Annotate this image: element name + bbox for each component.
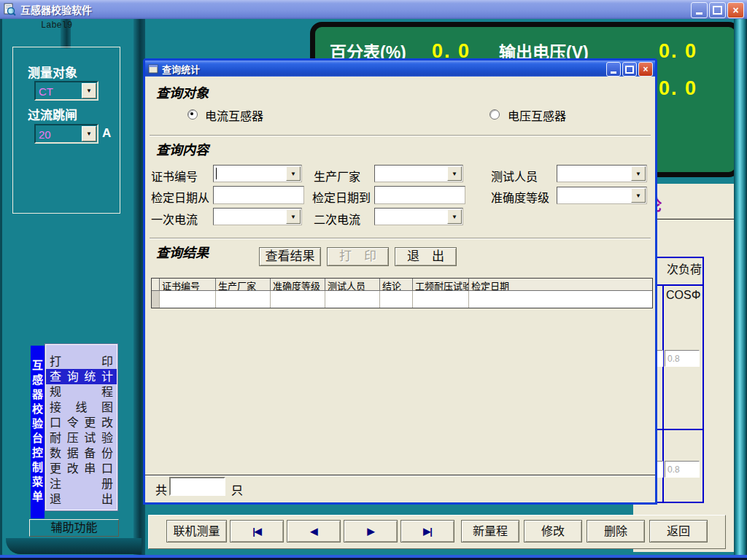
first-record-button[interactable]: |◀	[230, 520, 284, 542]
minimize-icon	[611, 71, 616, 74]
radio-current-transformer[interactable]	[187, 109, 198, 120]
row-selector-cell	[152, 291, 160, 308]
last-record-button[interactable]: ▶|	[400, 520, 454, 542]
section-query-content: 查询内容	[156, 139, 209, 158]
menu-item-print[interactable]: 打印	[46, 354, 117, 369]
menu-item-password-change[interactable]: 口令更改	[46, 415, 117, 430]
divider	[150, 135, 651, 136]
manufacturer-label: 生产厂家	[314, 167, 360, 184]
chevron-down-icon[interactable]: ▼	[286, 166, 301, 181]
dialog-maximize-button[interactable]	[622, 62, 637, 77]
chevron-down-icon[interactable]: ▼	[631, 188, 646, 203]
minimize-button[interactable]	[691, 2, 708, 18]
header-verify-date: 检定日期	[469, 279, 652, 291]
menu-item-register[interactable]: 注册	[46, 476, 117, 491]
chevron-down-icon[interactable]: ▼	[447, 209, 462, 224]
table-cell	[271, 291, 325, 308]
restore-icon	[713, 6, 722, 15]
main-titlebar: 互感器校验软件 ×	[0, 0, 747, 19]
output-voltage-value-2: 0. 0	[659, 77, 697, 100]
maximize-icon	[625, 66, 634, 74]
menu-item-wiring-diagram[interactable]: 接线图	[46, 400, 117, 415]
table-cell	[325, 291, 380, 308]
text-caret	[216, 168, 217, 179]
divider	[150, 238, 651, 239]
chevron-down-icon[interactable]: ▼	[286, 209, 301, 224]
dialog-titlebar: 查询统计 ×	[145, 61, 655, 77]
menu-item-regulations[interactable]: 规程	[46, 384, 117, 400]
secondary-current-combo[interactable]: ▼	[374, 208, 463, 225]
menu-vertical-title: 互感器校验台控制菜单	[31, 346, 44, 518]
close-icon: ×	[732, 5, 738, 15]
divider	[145, 475, 655, 476]
menu-item-exit[interactable]: 退出	[46, 491, 117, 507]
dialog-close-button[interactable]: ×	[638, 62, 653, 77]
new-range-button[interactable]: 新量程	[461, 520, 519, 542]
header-manufacturer: 生产厂家	[216, 279, 271, 291]
window-title: 互感器校验软件	[20, 2, 92, 17]
radio-current-transformer-label: 电流互感器	[205, 106, 263, 124]
menu-item-data-backup[interactable]: 数据备份	[46, 446, 117, 461]
tester-label: 测试人员	[491, 167, 538, 184]
dialog-icon	[148, 64, 158, 74]
chevron-down-icon[interactable]: ▼	[82, 126, 96, 141]
cos-phi-input-1[interactable]: 0.8	[665, 350, 700, 367]
measure-target-select[interactable]: CT ▼	[34, 81, 98, 101]
menu-item-withstand-test[interactable]: 耐压试验	[46, 430, 117, 446]
cos-phi-input-2[interactable]: 0.8	[665, 461, 700, 478]
measure-target-value: CT	[39, 85, 53, 98]
next-record-button[interactable]: ▶	[344, 520, 398, 542]
main-menu: 打印 查询统计 规程 接线图 口令更改 耐压试验 数据备份 更改串口 注册 退出	[45, 344, 117, 510]
radio-dot	[190, 112, 193, 115]
header-accuracy: 准确度等级	[271, 279, 325, 291]
tester-combo[interactable]: ▼	[557, 165, 647, 182]
cert-no-label: 证书编号	[151, 167, 198, 184]
accuracy-combo[interactable]: ▼	[557, 187, 647, 204]
close-button[interactable]: ×	[727, 2, 744, 18]
header-tester: 测试人员	[325, 279, 380, 291]
window-left-edge	[0, 19, 2, 556]
table-cell	[380, 291, 413, 308]
date-to-input[interactable]	[374, 186, 465, 204]
dialog-title: 查询统计	[162, 62, 200, 76]
total-label: 共	[155, 481, 167, 498]
window-right-edge	[734, 19, 747, 556]
overcurrent-value: 20	[39, 128, 51, 141]
aux-functions-button[interactable]: 辅助功能	[29, 519, 119, 537]
chevron-down-icon[interactable]: ▼	[82, 83, 96, 98]
restore-button[interactable]	[709, 2, 726, 18]
measure-target-label: 测量对象	[28, 63, 77, 81]
overcurrent-select[interactable]: 20 ▼	[34, 124, 98, 144]
close-icon: ×	[643, 65, 648, 74]
table-cell	[160, 291, 216, 308]
radio-voltage-transformer-label: 电压互感器	[508, 106, 566, 124]
total-count-input[interactable]	[169, 477, 225, 496]
dialog-minimize-button[interactable]	[606, 62, 621, 77]
view-results-button[interactable]: 查看结果	[259, 247, 321, 266]
back-button[interactable]: 返回	[649, 520, 708, 542]
manufacturer-combo[interactable]: ▼	[374, 165, 463, 182]
panel-corner-decoration	[6, 538, 142, 554]
table-row	[152, 291, 652, 308]
menu-item-query-stats[interactable]: 查询统计	[46, 369, 117, 384]
menu-item-serial-port[interactable]: 更改串口	[46, 461, 117, 476]
previous-record-button[interactable]: ◀	[287, 520, 341, 542]
print-button: 打 印	[327, 247, 389, 266]
delete-button[interactable]: 删除	[587, 520, 645, 542]
section-query-result: 查询结果	[156, 242, 209, 261]
primary-current-combo[interactable]: ▼	[213, 208, 302, 225]
modify-button[interactable]: 修改	[524, 520, 582, 542]
date-from-input[interactable]	[213, 186, 304, 204]
label9-text: Label9	[41, 20, 72, 31]
chevron-down-icon[interactable]: ▼	[631, 166, 646, 181]
online-measure-button[interactable]: 联机测量	[166, 520, 227, 542]
radio-voltage-transformer[interactable]	[489, 109, 500, 120]
unit-label: 只	[231, 481, 243, 498]
cert-no-combo[interactable]: ▼	[213, 165, 302, 182]
date-from-label: 检定日期从	[151, 188, 209, 206]
bottom-toolbar: 联机测量 |◀ ◀ ▶ ▶| 新量程 修改 删除 返回	[148, 515, 726, 549]
chevron-down-icon[interactable]: ▼	[447, 166, 462, 181]
table-cell	[216, 291, 271, 308]
table-cell	[469, 291, 652, 308]
exit-button[interactable]: 退 出	[395, 247, 457, 266]
